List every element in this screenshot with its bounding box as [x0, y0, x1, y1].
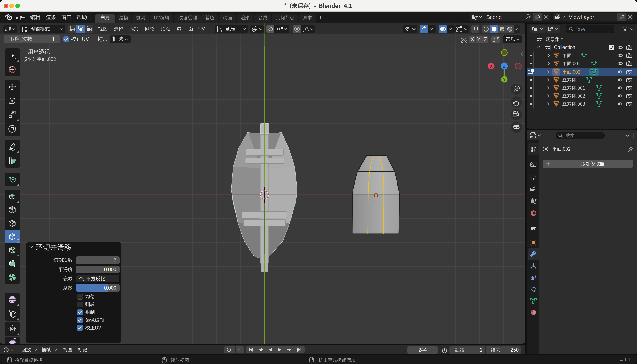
svg-text:Z: Z: [503, 64, 506, 68]
svg-text:X: X: [490, 64, 493, 68]
svg-text:Y: Y: [503, 77, 506, 82]
